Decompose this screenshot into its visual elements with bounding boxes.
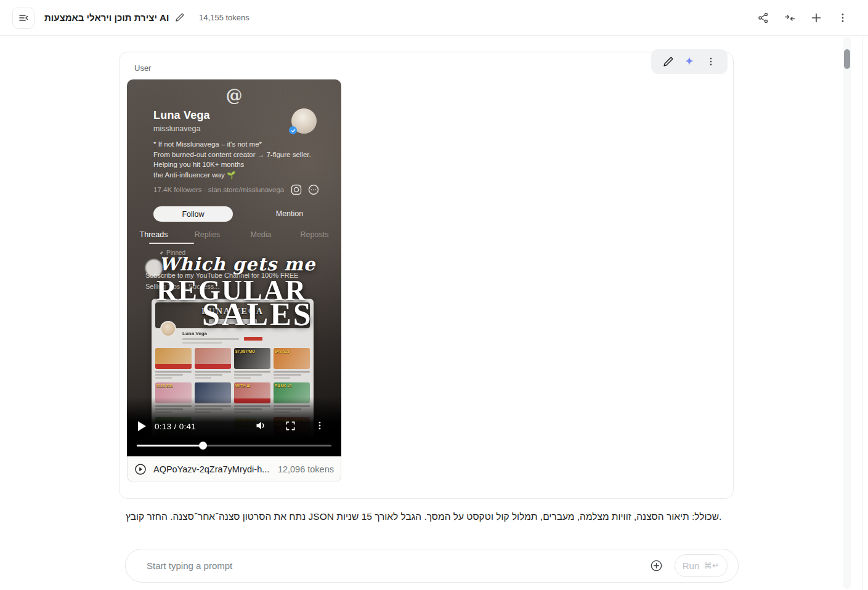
app-window: יצירת תוכן ויראלי באמצעות AI 14,155 toke… bbox=[0, 0, 868, 590]
prompt-title: יצירת תוכן ויראלי באמצעות AI bbox=[44, 12, 169, 23]
progress-thumb[interactable] bbox=[199, 442, 207, 450]
channel-avatar bbox=[160, 321, 176, 337]
run-button[interactable]: Run ⌘↵ bbox=[675, 554, 728, 577]
compare-icon[interactable] bbox=[783, 11, 797, 25]
attachment-filename: AQPoYazv-2qZra7yMrydi-h... bbox=[153, 464, 269, 474]
video-thumbnail: $49,623 bbox=[274, 348, 310, 379]
channel-meta-bar bbox=[182, 342, 222, 344]
scrollbar-thumb[interactable] bbox=[844, 49, 850, 69]
attachment-token-count: 12,096 tokens bbox=[278, 464, 334, 474]
threads-logo: @ bbox=[127, 86, 341, 105]
profile-tab-replies: Replies bbox=[180, 230, 234, 239]
prompt-input-bar: Run ⌘↵ bbox=[125, 549, 739, 583]
edit-title-icon[interactable] bbox=[175, 13, 184, 22]
user-turn-card: User @ Luna Vega misslunavega bbox=[119, 52, 734, 499]
profile-followers-line: 17.4K followers · slan.store/misslunaveg… bbox=[153, 186, 284, 193]
more-circle-icon bbox=[308, 184, 319, 195]
channel-meta-bar bbox=[182, 338, 239, 340]
video-thumbnail: $7,987/MO bbox=[234, 348, 270, 379]
add-attachment-icon[interactable] bbox=[649, 559, 663, 573]
chat-scroll-area: User @ Luna Vega misslunavega bbox=[0, 36, 862, 590]
turn-toolbar bbox=[651, 49, 728, 74]
video-file-chip[interactable]: AQPoYazv-2qZra7yMrydi-h... 12,096 tokens bbox=[127, 456, 341, 482]
fullscreen-icon[interactable] bbox=[285, 420, 296, 431]
menu-open-icon bbox=[18, 12, 29, 23]
share-icon[interactable] bbox=[756, 11, 770, 25]
follow-button: Follow bbox=[153, 206, 233, 222]
scrollbar-track[interactable] bbox=[843, 37, 851, 589]
video-thumbnail bbox=[155, 348, 192, 379]
bio-line: Helping you hit 10K+ months bbox=[153, 160, 314, 170]
profile-tab-reposts: Reposts bbox=[288, 230, 341, 239]
subscribe-accent bbox=[244, 337, 262, 341]
video-thumbnail bbox=[195, 348, 231, 379]
top-bar: יצירת תוכן ויראלי באמצעות AI 14,155 toke… bbox=[0, 0, 868, 36]
header-actions bbox=[756, 0, 850, 36]
video-attachment: @ Luna Vega misslunavega * If not Misslu… bbox=[127, 79, 341, 482]
sidebar-toggle-button[interactable] bbox=[12, 7, 34, 29]
bio-line: * If not Misslunavega – it's not me* bbox=[153, 139, 314, 150]
video-more-icon[interactable] bbox=[314, 420, 325, 431]
new-prompt-icon[interactable] bbox=[809, 11, 823, 25]
edit-turn-icon[interactable] bbox=[661, 55, 675, 68]
verified-badge-icon bbox=[289, 126, 297, 134]
video-player[interactable]: @ Luna Vega misslunavega * If not Misslu… bbox=[127, 79, 341, 456]
profile-tab-threads: Threads bbox=[127, 230, 180, 239]
play-button[interactable] bbox=[138, 421, 146, 431]
mention-button: Mention bbox=[261, 209, 318, 218]
video-controls: 0:13 / 0:41 bbox=[127, 417, 341, 435]
video-progress-bar[interactable] bbox=[137, 442, 331, 450]
prompt-input[interactable] bbox=[147, 560, 649, 571]
more-options-icon[interactable] bbox=[836, 11, 850, 25]
profile-tab-media: Media bbox=[234, 230, 288, 239]
role-label: User bbox=[134, 63, 151, 73]
progress-fill bbox=[137, 445, 203, 447]
profile-tabs: ThreadsRepliesMediaReposts bbox=[127, 230, 341, 239]
total-token-count: 14,155 tokens bbox=[199, 13, 249, 22]
overlay-script-text: Which gets me bbox=[159, 254, 338, 275]
run-button-label: Run bbox=[683, 560, 700, 571]
spark-rerun-icon[interactable] bbox=[683, 55, 696, 68]
volume-icon[interactable] bbox=[255, 420, 266, 431]
user-prompt-text: נתח את הסרטון סצנה־אחר־סצנה. החזר קובץ J… bbox=[126, 511, 739, 523]
run-shortcut: ⌘↵ bbox=[704, 561, 720, 570]
profile-display-name: Luna Vega bbox=[153, 109, 210, 122]
instagram-icon bbox=[291, 184, 302, 195]
turn-more-icon[interactable] bbox=[704, 55, 718, 68]
video-time-display: 0:13 / 0:41 bbox=[155, 422, 196, 431]
overlay-big-text-2: SALES bbox=[202, 296, 313, 333]
bio-line: the Anti-influencer way 🌱 bbox=[153, 170, 314, 180]
profile-handle: misslunavega bbox=[153, 124, 200, 133]
play-circle-icon bbox=[134, 463, 147, 475]
active-tab-underline bbox=[149, 243, 194, 244]
bio-line: From burned-out content creator → 7-figu… bbox=[153, 150, 314, 160]
profile-bio: * If not Misslunavega – it's not me*From… bbox=[153, 139, 314, 180]
progress-track bbox=[137, 445, 331, 447]
profile-social-icons bbox=[291, 184, 319, 195]
